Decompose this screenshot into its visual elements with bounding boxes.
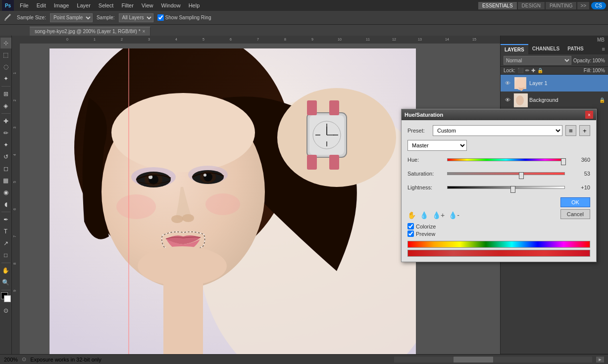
dodge-tool[interactable]: ◖ [0, 199, 11, 210]
lightness-thumb[interactable] [510, 186, 515, 193]
scroll-track-bottom[interactable] [394, 357, 592, 363]
hue-saturation-dialog[interactable]: Hue/Saturation × Preset: Custom ≡ + Mas [401, 109, 597, 262]
canvas-tab-close[interactable]: × [143, 29, 146, 34]
eraser-tool[interactable]: ◻ [0, 163, 11, 174]
background-name: Background [529, 97, 597, 103]
history-brush-tool[interactable]: ↺ [0, 151, 11, 162]
workspace-painting[interactable]: PAINTING [546, 2, 576, 9]
opacity-value[interactable]: 100% [592, 58, 605, 63]
brush-tool[interactable]: ✏ [0, 128, 11, 138]
background-color[interactable] [4, 295, 11, 302]
preset-menu-btn[interactable]: ≡ [565, 125, 576, 136]
hand-tool[interactable]: ✋ [0, 265, 11, 276]
menu-filter[interactable]: Filter [117, 1, 137, 9]
show-sampling-ring-checkbox[interactable] [157, 14, 164, 21]
foreground-background-color[interactable] [1, 292, 11, 302]
svg-point-43 [203, 174, 206, 177]
lock-all-icon[interactable]: 🔒 [537, 68, 543, 73]
healing-brush-tool[interactable]: ✚ [0, 116, 11, 127]
menu-select[interactable]: Select [95, 1, 118, 9]
tab-bar: song-hye-kyo2.jpg @ 200% (Layer 1, RGB/8… [0, 25, 608, 36]
type-tool[interactable]: T [0, 226, 11, 237]
dialog-close-button[interactable]: × [585, 111, 593, 119]
sample-select[interactable]: All Layers [119, 13, 153, 22]
options-bar: Sample Size: Point Sample Sample: All La… [0, 11, 608, 25]
layer-item-background[interactable]: 👁 Background 🔒 [501, 91, 608, 108]
lightness-label: Lightness: [407, 184, 447, 190]
workspace-design[interactable]: DESIGN [518, 2, 545, 9]
svg-text:15: 15 [472, 38, 476, 41]
toolbar-divider-5 [1, 290, 10, 290]
ok-button[interactable]: OK [560, 197, 590, 207]
svg-text:10: 10 [338, 38, 342, 41]
eyedropper-add-icon[interactable]: 💧+ [432, 211, 445, 219]
hue-thumb[interactable] [561, 158, 566, 165]
show-sampling-ring-option[interactable]: Show Sampling Ring [157, 14, 211, 21]
path-selection-tool[interactable]: ↗ [0, 238, 11, 249]
ruler-left: 1 2 3 4 5 6 7 8 9 [12, 44, 20, 354]
lightness-track[interactable] [447, 186, 565, 189]
saturation-track[interactable] [447, 172, 565, 175]
hue-track[interactable] [447, 158, 565, 161]
svg-rect-1 [12, 36, 500, 44]
toolbar-divider-3 [1, 212, 10, 212]
lock-position-icon[interactable]: ✏ [525, 68, 529, 73]
zoom-level: 200% [4, 357, 18, 363]
sample-size-select[interactable]: Point Sample [50, 13, 93, 22]
preset-select[interactable]: Custom [433, 125, 562, 136]
selection-tool[interactable]: ⬚ [0, 49, 11, 60]
paths-tab[interactable]: PATHS [563, 44, 587, 54]
clone-stamp-tool[interactable]: ✦ [0, 139, 11, 150]
blur-tool[interactable]: ◉ [0, 187, 11, 198]
zoom-tool[interactable]: 🔍 [0, 277, 11, 288]
menu-layer[interactable]: Layer [73, 1, 95, 9]
menu-help[interactable]: Help [185, 1, 204, 9]
lock-pixels-icon[interactable]: ⬛ [517, 68, 523, 73]
lasso-tool[interactable]: ◌ [0, 61, 11, 72]
slice-tool[interactable]: ◈ [0, 100, 11, 111]
menu-image[interactable]: Image [50, 1, 73, 9]
channel-select[interactable]: Master [407, 140, 467, 151]
panel-menu-icon[interactable]: ≡ [599, 44, 608, 54]
workspace-more[interactable]: >> [577, 2, 589, 9]
quick-mask-mode[interactable]: ⊙ [0, 305, 11, 316]
svg-text:11: 11 [366, 38, 370, 41]
hue-slider-row: Hue: 360 [407, 156, 590, 164]
pen-tool[interactable]: ✒ [0, 214, 11, 225]
show-sampling-ring-label: Show Sampling Ring [165, 15, 211, 20]
saturation-thumb[interactable] [519, 172, 524, 179]
sample-icon[interactable]: ✋ [407, 211, 416, 219]
eyedropper-subtract-icon[interactable]: 💧- [449, 211, 459, 219]
menu-window[interactable]: Window [157, 1, 185, 9]
layer-item-layer1[interactable]: 👁 Layer 1 [501, 75, 608, 91]
svg-text:8: 8 [284, 38, 286, 41]
blend-mode-select[interactable]: Normal [504, 56, 571, 65]
canvas-tab[interactable]: song-hye-kyo2.jpg @ 200% (Layer 1, RGB/8… [30, 27, 151, 36]
scroll-right-btn[interactable]: ► [596, 357, 604, 363]
cancel-button[interactable]: Cancel [560, 209, 590, 219]
preview-checkbox[interactable] [407, 230, 414, 237]
layers-tab[interactable]: LAYERS [501, 44, 528, 54]
colorize-checkbox[interactable] [407, 223, 414, 229]
crop-tool[interactable]: ⊞ [0, 89, 11, 99]
magic-wand-tool[interactable]: ✦ [0, 73, 11, 84]
preset-save-btn[interactable]: + [579, 125, 590, 136]
gradient-tool[interactable]: ▦ [0, 175, 11, 186]
menu-edit[interactable]: Edit [33, 1, 50, 9]
channels-tab[interactable]: CHANNELS [528, 44, 564, 54]
scroll-thumb-bottom[interactable] [454, 357, 493, 363]
menu-view[interactable]: View [138, 1, 157, 9]
svg-rect-53 [307, 100, 317, 115]
move-tool[interactable]: ⊹ [0, 38, 11, 48]
menu-file[interactable]: File [16, 1, 33, 9]
background-visibility-icon[interactable]: 👁 [504, 96, 511, 104]
fill-value[interactable]: 100% [592, 68, 605, 73]
background-lock-icon: 🔒 [599, 97, 605, 103]
lock-move-icon[interactable]: ✚ [531, 68, 535, 73]
eyedropper-sample-icon[interactable]: 💧 [420, 211, 428, 219]
svg-text:12: 12 [392, 38, 396, 41]
layer1-visibility-icon[interactable]: 👁 [504, 79, 511, 87]
workspace-essentials[interactable]: ESSENTIALS [478, 2, 517, 9]
shape-tool[interactable]: □ [0, 250, 11, 261]
layer1-thumbnail [513, 76, 527, 90]
